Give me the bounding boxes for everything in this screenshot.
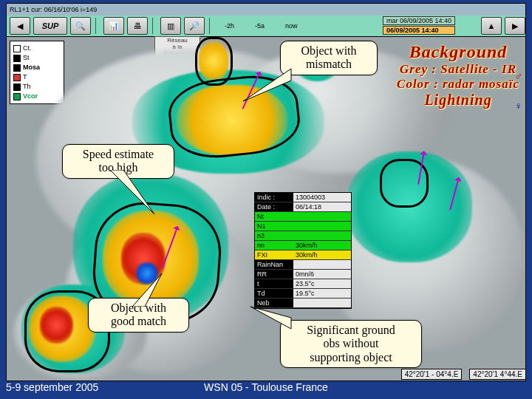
- info-value: [293, 212, 351, 222]
- time-tick[interactable]: -5a: [245, 22, 275, 30]
- scale-a: 42°20'1 - 04°4.E: [401, 369, 463, 380]
- time-tick[interactable]: -2h: [214, 22, 245, 30]
- callout-ground: Significant ground obs without supportin…: [280, 320, 422, 368]
- male-icon: ♂: [515, 70, 523, 82]
- date-indicator: mar 06/09/2005 14:40 06/09/2005 14:40: [383, 16, 455, 35]
- layer-legend: Ct. St Mosa T Th Vcor: [10, 41, 64, 104]
- time-tick[interactable]: now: [275, 22, 308, 30]
- info-value: [293, 222, 351, 231]
- legend-row[interactable]: T: [13, 72, 61, 82]
- sup-button[interactable]: SUP: [33, 17, 67, 35]
- info-label: t: [255, 279, 293, 289]
- legend-row[interactable]: Vcor: [13, 92, 61, 101]
- toolbar-separator: [95, 18, 96, 34]
- bg-title-line: Color : radar mosaïc: [397, 77, 519, 92]
- info-label: RR: [255, 270, 293, 279]
- callout-pointer: [243, 63, 295, 107]
- zoom-button[interactable]: 🔍: [70, 17, 91, 35]
- info-label: n3: [255, 231, 293, 241]
- window-titlebar: RL1+1 cur: 06/16/10'06 i=149: [7, 4, 525, 16]
- info-label: nn: [255, 241, 293, 250]
- info-label: Indic :: [255, 193, 293, 202]
- chart-button[interactable]: 📊: [103, 17, 124, 35]
- info-value: 13004003: [293, 193, 351, 202]
- object-info-panel: Indic :13004003Date :06/14:18NtN1n3nn30k…: [254, 192, 352, 309]
- info-label: Nt: [255, 212, 293, 222]
- footer-title: WSN 05 - Toulouse France: [204, 381, 328, 393]
- search-button[interactable]: 🔎: [184, 17, 205, 35]
- legend-row[interactable]: Mosa: [13, 63, 61, 72]
- info-value: 30km/h: [293, 250, 351, 260]
- info-value: 06/14:18: [293, 202, 351, 212]
- storm-object: [195, 37, 233, 86]
- callout-pointer: [129, 273, 173, 307]
- info-label: N1: [255, 222, 293, 231]
- toolbar-separator: [152, 18, 153, 34]
- svg-marker-2: [132, 273, 162, 307]
- svg-marker-1: [110, 170, 154, 214]
- info-label: FXI: [255, 250, 293, 260]
- info-value: 0mn/6: [293, 270, 351, 279]
- female-icon: ♀: [515, 100, 523, 112]
- date-valid: mar 06/09/2005 14:40: [383, 16, 455, 25]
- window-title: RL1+1 cur: 06/16/10'06 i=149: [10, 6, 97, 13]
- nav-right-button[interactable]: ▶: [505, 17, 525, 35]
- legend-row[interactable]: Th: [13, 82, 61, 92]
- date-highlight: 06/09/2005 14:40: [383, 26, 455, 35]
- scale-readout: 42°20'1 - 04°4.E 42°20'1 4°44.E: [401, 369, 526, 380]
- scroll-up-button[interactable]: ▲: [481, 17, 502, 35]
- bg-title-line: Background: [397, 42, 519, 62]
- info-value: 23.5°c: [293, 279, 351, 289]
- callout-pointer: [103, 170, 162, 222]
- background-legend-title: Background Grey : Satellite - IR Color :…: [397, 42, 519, 109]
- bg-title-line: Lightning: [397, 92, 519, 109]
- svg-marker-3: [250, 307, 291, 329]
- layers-button[interactable]: ▥: [160, 17, 181, 35]
- info-label: RainNan: [255, 260, 293, 270]
- scale-b: 42°20'1 4°44.E: [469, 369, 526, 380]
- legend-row[interactable]: Ct.: [13, 44, 61, 53]
- info-value: 30km/h: [293, 241, 351, 250]
- slide-footer: 5-9 september 2005 WSN 05 - Toulouse Fra…: [6, 380, 526, 395]
- info-value: 19.5°c: [293, 289, 351, 299]
- legend-row[interactable]: St: [13, 53, 61, 63]
- info-label: Td: [255, 289, 293, 299]
- print-button[interactable]: 🖶: [127, 17, 148, 35]
- info-value: [293, 260, 351, 270]
- map-panel: RL1+1 cur: 06/16/10'06 i=149 ◀ SUP 🔍 📊 🖶…: [6, 3, 526, 381]
- toolbar: ◀ SUP 🔍 📊 🖶 ▥ 🔎 -2h -5a now mar 06/09/20…: [7, 16, 525, 37]
- info-value: [293, 231, 351, 241]
- nav-left-button[interactable]: ◀: [10, 17, 30, 35]
- info-label: Neb: [255, 299, 293, 308]
- info-value: [293, 299, 351, 308]
- toolbar-separator: [209, 18, 210, 34]
- svg-marker-0: [243, 69, 291, 101]
- footer-date: 5-9 september 2005: [6, 381, 98, 393]
- info-label: Date :: [255, 202, 293, 212]
- bg-title-line: Grey : Satellite - IR: [397, 62, 519, 77]
